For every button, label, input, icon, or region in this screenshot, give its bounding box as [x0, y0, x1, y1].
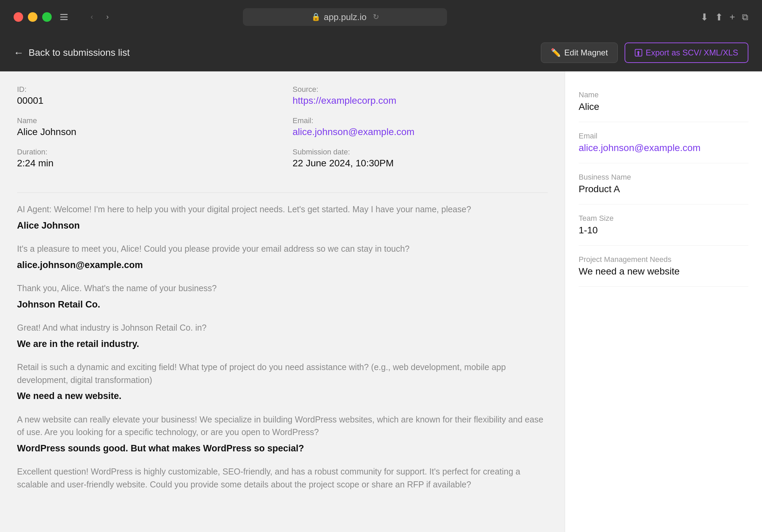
conversation: AI Agent: Welcome! I'm here to help you …: [17, 203, 548, 491]
duration-label: Duration:: [17, 148, 272, 156]
field-label: Project Management Needs: [579, 255, 748, 264]
browser-chrome: ‹ › 🔒 app.pulz.io ↻ ⬇ ⬆ + ⧉: [0, 0, 762, 34]
duration-value: 2:24 min: [17, 158, 272, 169]
user-message: We are in the retail industry.: [17, 337, 548, 351]
right-panel: NameAliceEmailalice.johnson@example.comB…: [565, 71, 762, 532]
field-card: NameAlice: [579, 85, 748, 122]
conversation-block: Excellent question! WordPress is highly …: [17, 465, 548, 491]
divider: [17, 193, 548, 193]
field-value: We need a new website: [579, 266, 748, 277]
agent-message: A new website can really elevate your bu…: [17, 413, 548, 439]
name-label: Name: [17, 116, 272, 125]
conversation-block: It's a pleasure to meet you, Alice! Coul…: [17, 243, 548, 272]
url-text: app.pulz.io: [324, 12, 367, 22]
edit-icon: ✏️: [551, 48, 561, 57]
field-value: Product A: [579, 184, 748, 195]
meta-grid: ID: 00001 Source: https://examplecorp.co…: [17, 85, 548, 179]
agent-message: Retail is such a dynamic and exciting fi…: [17, 361, 548, 386]
field-card: Emailalice.johnson@example.com: [579, 122, 748, 163]
source-label: Source:: [293, 85, 548, 94]
export-button[interactable]: ⬆ Export as SCV/ XML/XLS: [625, 43, 748, 63]
edit-magnet-button[interactable]: ✏️ Edit Magnet: [541, 43, 618, 63]
submission-date-field: Submission date: 22 June 2024, 10:30PM: [293, 148, 548, 169]
id-field: ID: 00001: [17, 85, 272, 106]
agent-message: Great! And what industry is Johnson Reta…: [17, 321, 548, 334]
main-content: ID: 00001 Source: https://examplecorp.co…: [0, 71, 762, 532]
conversation-block: Thank you, Alice. What's the name of you…: [17, 282, 548, 311]
agent-message: Thank you, Alice. What's the name of you…: [17, 282, 548, 295]
name-field: Name Alice Johnson: [17, 116, 272, 137]
minimize-button[interactable]: [28, 12, 37, 22]
close-button[interactable]: [14, 12, 23, 22]
browser-actions: ⬇ ⬆ + ⧉: [700, 12, 748, 23]
svg-rect-1: [60, 17, 68, 18]
submission-date-value: 22 June 2024, 10:30PM: [293, 158, 548, 169]
sidebar-toggle-icon[interactable]: [59, 12, 69, 22]
field-card: Business NameProduct A: [579, 163, 748, 204]
id-label: ID:: [17, 85, 272, 94]
conversation-block: Great! And what industry is Johnson Reta…: [17, 321, 548, 351]
back-to-submissions-link[interactable]: ← Back to submissions list: [14, 47, 130, 59]
browser-nav: ‹ ›: [86, 12, 113, 22]
id-value: 00001: [17, 95, 272, 106]
top-bar-actions: ✏️ Edit Magnet ⬆ Export as SCV/ XML/XLS: [541, 43, 748, 63]
left-panel: ID: 00001 Source: https://examplecorp.co…: [0, 71, 565, 532]
svg-rect-2: [60, 19, 68, 20]
back-nav-button[interactable]: ‹: [86, 12, 97, 22]
email-field: Email: alice.johnson@example.com: [293, 116, 548, 137]
export-icon: ⬆: [635, 49, 642, 56]
share-icon[interactable]: ⬆: [715, 12, 723, 23]
field-label: Business Name: [579, 173, 748, 182]
user-message: We need a new website.: [17, 389, 548, 403]
user-message: alice.johnson@example.com: [17, 258, 548, 272]
email-label: Email:: [293, 116, 548, 125]
name-value: Alice Johnson: [17, 127, 272, 137]
forward-nav-button[interactable]: ›: [102, 12, 113, 22]
back-label: Back to submissions list: [29, 47, 130, 58]
lock-icon: 🔒: [311, 13, 320, 21]
top-bar: ← Back to submissions list ✏️ Edit Magne…: [0, 34, 762, 71]
agent-message: AI Agent: Welcome! I'm here to help you …: [17, 203, 548, 216]
download-icon[interactable]: ⬇: [700, 12, 708, 23]
export-label: Export as SCV/ XML/XLS: [646, 48, 738, 57]
field-card: Project Management NeedsWe need a new we…: [579, 246, 748, 287]
email-value[interactable]: alice.johnson@example.com: [293, 127, 548, 137]
tabs-icon[interactable]: ⧉: [742, 12, 748, 22]
add-tab-icon[interactable]: +: [730, 12, 735, 22]
conversation-block: Retail is such a dynamic and exciting fi…: [17, 361, 548, 403]
field-value: 1-10: [579, 225, 748, 236]
url-bar[interactable]: 🔒 app.pulz.io ↻: [243, 8, 447, 26]
svg-rect-0: [60, 14, 68, 15]
fullscreen-button[interactable]: [42, 12, 52, 22]
submission-date-label: Submission date:: [293, 148, 548, 156]
duration-field: Duration: 2:24 min: [17, 148, 272, 169]
field-card: Team Size1-10: [579, 204, 748, 246]
field-value[interactable]: alice.johnson@example.com: [579, 143, 748, 153]
field-label: Name: [579, 90, 748, 99]
source-field: Source: https://examplecorp.com: [293, 85, 548, 106]
conversation-block: A new website can really elevate your bu…: [17, 413, 548, 455]
field-label: Team Size: [579, 214, 748, 223]
user-message: Alice Johnson: [17, 219, 548, 233]
back-arrow-icon: ←: [14, 47, 24, 59]
field-value: Alice: [579, 101, 748, 112]
traffic-lights: [14, 12, 52, 22]
user-message: Johnson Retail Co.: [17, 298, 548, 312]
refresh-icon[interactable]: ↻: [373, 13, 379, 21]
source-value[interactable]: https://examplecorp.com: [293, 95, 548, 106]
agent-message: Excellent question! WordPress is highly …: [17, 465, 548, 491]
edit-magnet-label: Edit Magnet: [564, 48, 608, 57]
conversation-block: AI Agent: Welcome! I'm here to help you …: [17, 203, 548, 232]
user-message: WordPress sounds good. But what makes Wo…: [17, 442, 548, 455]
field-label: Email: [579, 132, 748, 140]
agent-message: It's a pleasure to meet you, Alice! Coul…: [17, 243, 548, 255]
